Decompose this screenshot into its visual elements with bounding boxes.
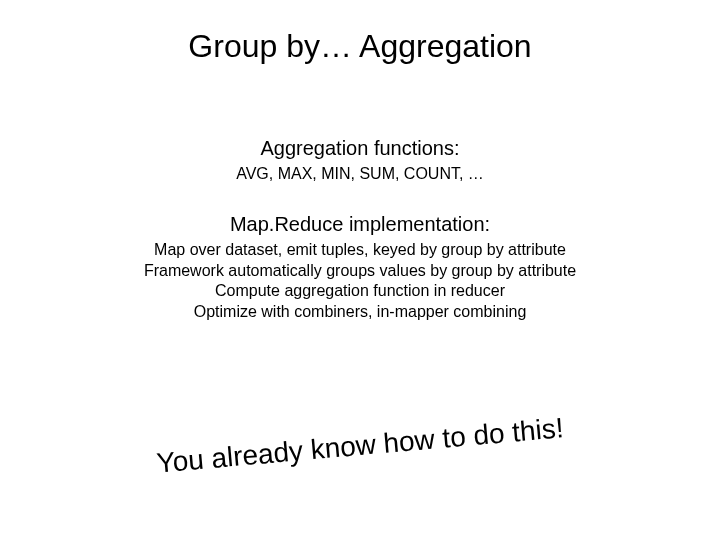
mapreduce-line-3: Compute aggregation function in reducer — [0, 281, 720, 302]
aggregation-functions-heading: Aggregation functions: — [0, 137, 720, 160]
mapreduce-heading: Map.Reduce implementation: — [0, 213, 720, 236]
mapreduce-line-1: Map over dataset, emit tuples, keyed by … — [0, 240, 720, 261]
mapreduce-line-4: Optimize with combiners, in-mapper combi… — [0, 302, 720, 323]
slide-title: Group by… Aggregation — [0, 28, 720, 65]
mapreduce-line-2: Framework automatically groups values by… — [0, 261, 720, 282]
mapreduce-body: Map over dataset, emit tuples, keyed by … — [0, 240, 720, 323]
aggregation-functions-list: AVG, MAX, MIN, SUM, COUNT, … — [0, 164, 720, 185]
callout-text: You already know how to do this! — [155, 412, 565, 479]
